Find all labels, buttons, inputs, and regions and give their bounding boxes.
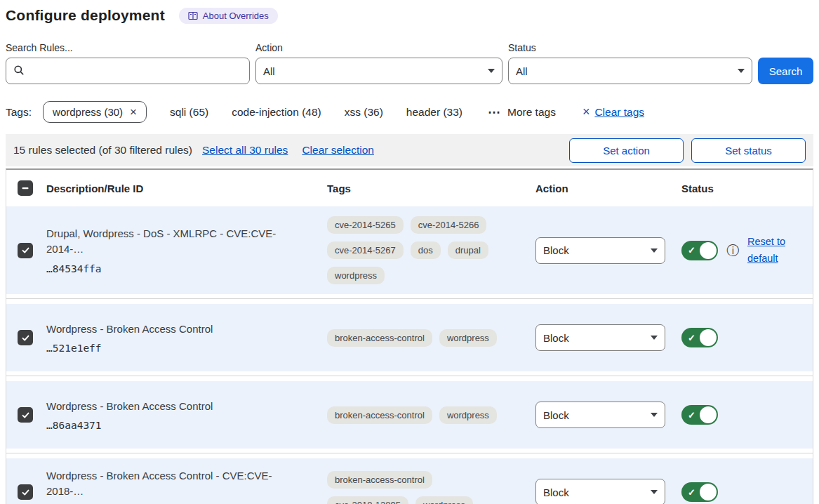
chevron-down-icon (651, 336, 658, 340)
clear-tags-label: Clear tags (594, 106, 644, 119)
rule-action-select[interactable]: Block (535, 324, 665, 351)
table-row: Wordpress - Broken Access Control …521e1… (6, 304, 813, 371)
action-filter-select[interactable]: All (255, 58, 502, 84)
rule-status-toggle[interactable]: ✓ (681, 405, 718, 425)
set-status-button[interactable]: Set status (691, 138, 806, 163)
set-action-button[interactable]: Set action (569, 138, 684, 163)
search-rules-field[interactable] (6, 58, 250, 84)
toggle-knob (700, 242, 717, 259)
tag-pill: cve-2014-5267 (327, 241, 404, 259)
ellipsis-icon: ⋯ (488, 105, 501, 120)
tag-pill: broken-access-control (327, 471, 432, 489)
info-icon[interactable]: ⓘ (726, 244, 739, 257)
tag-option[interactable]: sqli (65) (170, 106, 208, 118)
status-filter-label: Status (508, 42, 752, 53)
rule-action-select[interactable]: Block (535, 479, 665, 504)
rules-table: Description/Rule ID Tags Action Status D… (6, 168, 813, 504)
tag-pill: wordpress (327, 267, 385, 284)
search-icon (13, 65, 25, 78)
clear-tags-button[interactable]: × Clear tags (582, 105, 644, 119)
rule-description: Wordpress - Broken Access Control (46, 321, 321, 337)
tag-option[interactable]: header (33) (406, 106, 462, 118)
rule-id: …521e1eff (46, 343, 321, 354)
reset-to-default-link[interactable]: Reset to default (747, 234, 792, 266)
rule-status-toggle[interactable]: ✓ (681, 241, 718, 260)
toggle-knob (700, 329, 717, 346)
check-icon (21, 246, 30, 255)
table-row: Wordpress - Broken Access Control - CVE:… (6, 458, 813, 504)
chevron-down-icon (651, 248, 658, 253)
tag-pill: cve-2014-5266 (411, 216, 487, 234)
column-header-description: Description/Rule ID (41, 183, 321, 194)
rule-action-select[interactable]: Block (535, 402, 665, 428)
column-header-tags: Tags (321, 183, 530, 194)
tag-option[interactable]: code-injection (48) (232, 106, 321, 118)
row-checkbox[interactable] (18, 407, 33, 423)
row-separator (6, 449, 813, 458)
table-header-row: Description/Rule ID Tags Action Status (6, 170, 813, 206)
rule-id: …84534ffa (46, 263, 321, 274)
tag-pill: dos (411, 241, 441, 259)
action-filter-label: Action (255, 42, 502, 53)
search-button[interactable]: Search (758, 58, 813, 84)
configure-deployment-page: Configure deployment About Overrides Sea… (0, 0, 819, 504)
select-all-rules-link[interactable]: Select all 30 rules (202, 144, 288, 157)
chevron-down-icon (651, 413, 658, 417)
tag-options: sqli (65)code-injection (48)xss (36)head… (147, 106, 462, 119)
rule-id: …86aa4371 (46, 420, 321, 431)
tag-pill: wordpress (415, 496, 473, 504)
rule-status-toggle[interactable]: ✓ (681, 482, 718, 502)
row-checkbox[interactable] (18, 484, 33, 500)
selected-tag-wordpress[interactable]: wordpress (30) × (43, 101, 147, 123)
rule-description: Drupal, Wordpress - DoS - XMLRPC - CVE:C… (46, 226, 321, 257)
row-checkbox[interactable] (18, 243, 33, 258)
table-row: Wordpress - Broken Access Control …86aa4… (6, 381, 813, 449)
tag-pill: cve-2018-12895 (327, 496, 408, 504)
more-tags-button[interactable]: ⋯ More tags (488, 105, 556, 120)
table-body: Drupal, Wordpress - DoS - XMLRPC - CVE:C… (6, 206, 813, 504)
check-icon (21, 411, 30, 420)
tag-pill: cve-2014-5265 (327, 216, 404, 234)
rule-action-value: Block (543, 486, 569, 498)
select-all-checkbox[interactable] (18, 180, 33, 196)
tag-pill: wordpress (439, 329, 497, 347)
rule-action-select[interactable]: Block (535, 237, 665, 264)
remove-tag-icon[interactable]: × (130, 106, 137, 118)
table-row: Drupal, Wordpress - DoS - XMLRPC - CVE:C… (6, 206, 813, 294)
about-overrides-label: About Overrides (203, 11, 269, 21)
rule-action-value: Block (543, 409, 569, 421)
check-icon (21, 333, 30, 343)
tag-option[interactable]: xss (36) (345, 106, 383, 118)
rule-status-toggle[interactable]: ✓ (681, 328, 718, 347)
filter-bar: Search Rules... Action All Status All (6, 42, 813, 84)
chevron-down-icon (651, 490, 658, 494)
search-rules-label: Search Rules... (6, 42, 250, 53)
check-icon: ✓ (688, 487, 695, 498)
tags-label: Tags: (6, 106, 32, 119)
selected-tag-label: wordpress (30) (53, 106, 123, 118)
rule-action-value: Block (543, 332, 569, 344)
row-separator (6, 371, 813, 381)
row-checkbox[interactable] (18, 330, 33, 345)
clear-selection-link[interactable]: Clear selection (302, 144, 374, 157)
column-header-action: Action (530, 183, 676, 194)
indeterminate-icon (21, 184, 29, 192)
rule-description: Wordpress - Broken Access Control (46, 399, 321, 414)
close-icon: × (582, 105, 590, 119)
rule-description: Wordpress - Broken Access Control - CVE:… (46, 468, 321, 499)
page-header: Configure deployment About Overrides (6, 7, 813, 24)
check-icon: ✓ (688, 333, 695, 343)
chevron-down-icon (738, 69, 745, 73)
more-tags-label: More tags (507, 106, 556, 119)
check-icon: ✓ (688, 245, 695, 256)
action-filter-value: All (263, 65, 275, 77)
tag-pill: drupal (448, 241, 488, 259)
about-overrides-badge[interactable]: About Overrides (179, 8, 278, 24)
toggle-knob (700, 406, 717, 423)
tags-bar: Tags: wordpress (30) × sqli (65)code-inj… (6, 101, 813, 123)
search-rules-input[interactable] (30, 65, 242, 77)
rule-action-value: Block (543, 244, 569, 256)
tag-pill: broken-access-control (327, 329, 432, 347)
status-filter-select[interactable]: All (508, 58, 752, 84)
page-title: Configure deployment (6, 7, 165, 24)
